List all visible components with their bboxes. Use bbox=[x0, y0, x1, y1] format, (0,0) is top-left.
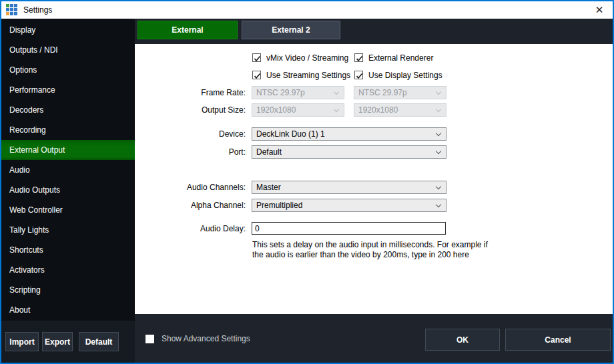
settings-window: Settings ✕ Display Outputs / NDI Options… bbox=[0, 0, 614, 364]
audio-channels-select[interactable]: Master bbox=[252, 181, 446, 194]
output-size-select-2[interactable]: 1920x1080 bbox=[354, 103, 446, 117]
footer-bar: Show Advanced Settings OK Cancel bbox=[135, 314, 613, 363]
frame-rate-label: Frame Rate: bbox=[135, 86, 246, 99]
use-streaming-settings-label: Use Streaming Settings bbox=[266, 71, 350, 80]
external-output-form: vMix Video / Streaming External Renderer… bbox=[135, 44, 613, 314]
title-bar: Settings ✕ bbox=[1, 1, 613, 19]
sidebar-item-scripting[interactable]: Scripting bbox=[1, 280, 135, 300]
alpha-channel-label: Alpha Channel: bbox=[135, 199, 246, 212]
audio-delay-help: This sets a delay on the audio input in … bbox=[252, 240, 488, 260]
audio-delay-label: Audio Delay: bbox=[135, 222, 246, 235]
port-label: Port: bbox=[135, 145, 246, 159]
sidebar-nav: Display Outputs / NDI Options Performanc… bbox=[1, 19, 135, 321]
external-renderer-checkbox[interactable] bbox=[354, 53, 363, 62]
alpha-channel-select[interactable]: Premultiplied bbox=[252, 199, 446, 212]
sidebar-item-about[interactable]: About bbox=[1, 300, 135, 320]
audio-channels-label: Audio Channels: bbox=[135, 181, 246, 194]
sidebar-item-performance[interactable]: Performance bbox=[1, 80, 135, 100]
sidebar-item-external-output[interactable]: External Output bbox=[1, 140, 135, 160]
output-size-select-1[interactable]: 1920x1080 bbox=[252, 103, 344, 117]
tab-bar: External External 2 bbox=[135, 19, 613, 44]
frame-rate-select-2[interactable]: NTSC 29.97p bbox=[354, 86, 446, 99]
chevron-down-icon bbox=[334, 89, 339, 95]
chevron-down-icon bbox=[334, 107, 339, 112]
chevron-down-icon bbox=[436, 131, 441, 136]
sidebar-item-decoders[interactable]: Decoders bbox=[1, 100, 135, 120]
use-streaming-settings-checkbox[interactable] bbox=[252, 71, 261, 79]
vmix-video-streaming-label: vMix Video / Streaming bbox=[266, 53, 348, 63]
cancel-button[interactable]: Cancel bbox=[505, 329, 611, 351]
chevron-down-icon bbox=[436, 89, 441, 95]
tab-external[interactable]: External bbox=[137, 21, 238, 39]
close-icon[interactable]: ✕ bbox=[586, 1, 613, 19]
sidebar-item-shortcuts[interactable]: Shortcuts bbox=[1, 240, 135, 260]
external-renderer-label: External Renderer bbox=[368, 53, 433, 63]
sidebar-footer: Import Export Default bbox=[1, 321, 135, 363]
chevron-down-icon bbox=[436, 107, 441, 112]
use-display-settings-label: Use Display Settings bbox=[368, 71, 442, 80]
sidebar-item-tally-lights[interactable]: Tally Lights bbox=[1, 220, 135, 240]
export-button[interactable]: Export bbox=[42, 332, 73, 351]
tab-external-2[interactable]: External 2 bbox=[242, 21, 340, 39]
sidebar-item-audio-outputs[interactable]: Audio Outputs bbox=[1, 180, 135, 200]
frame-rate-select-1[interactable]: NTSC 29.97p bbox=[252, 86, 344, 99]
device-label: Device: bbox=[135, 127, 246, 141]
chevron-down-icon bbox=[436, 184, 441, 189]
sidebar-item-web-controller[interactable]: Web Controller bbox=[1, 200, 135, 220]
device-select[interactable]: DeckLink Duo (1) 1 bbox=[252, 127, 446, 141]
default-button[interactable]: Default bbox=[79, 332, 119, 351]
vmix-logo-icon bbox=[6, 4, 18, 16]
import-button[interactable]: Import bbox=[5, 332, 39, 351]
show-advanced-settings-label: Show Advanced Settings bbox=[162, 334, 250, 343]
sidebar-item-outputs-ndi[interactable]: Outputs / NDI bbox=[1, 40, 135, 60]
ok-button[interactable]: OK bbox=[425, 329, 500, 351]
use-display-settings-checkbox[interactable] bbox=[354, 71, 363, 79]
sidebar-item-display[interactable]: Display bbox=[1, 20, 135, 40]
main-content: External External 2 vMix Video / Streami… bbox=[135, 19, 613, 363]
chevron-down-icon bbox=[436, 202, 441, 207]
audio-delay-input[interactable] bbox=[252, 222, 446, 235]
show-advanced-settings-checkbox[interactable] bbox=[145, 335, 154, 343]
port-select[interactable]: Default bbox=[252, 145, 446, 159]
sidebar-item-audio[interactable]: Audio bbox=[1, 160, 135, 180]
chevron-down-icon bbox=[436, 149, 441, 154]
window-title: Settings bbox=[23, 5, 52, 15]
sidebar-item-options[interactable]: Options bbox=[1, 60, 135, 80]
output-size-label: Output Size: bbox=[135, 103, 246, 117]
sidebar-item-activators[interactable]: Activators bbox=[1, 260, 135, 280]
vmix-video-streaming-checkbox[interactable] bbox=[252, 53, 261, 62]
sidebar-item-recording[interactable]: Recording bbox=[1, 120, 135, 140]
